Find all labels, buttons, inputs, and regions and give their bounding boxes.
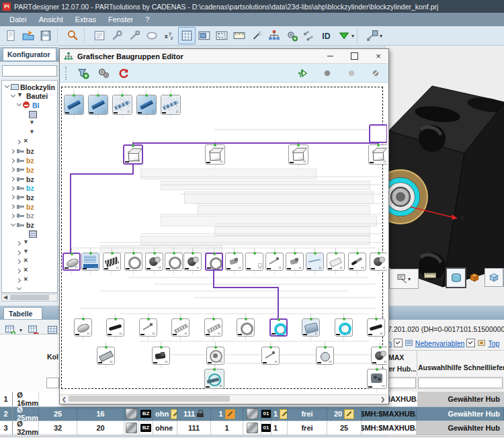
- graph-node-wedge[interactable]: [327, 253, 345, 271]
- edit-pencil-icon[interactable]: [225, 409, 235, 419]
- table-cell[interactable]: 20: [327, 407, 362, 421]
- frame-window-button[interactable]: [213, 27, 230, 44]
- table-cell[interactable]: frei: [288, 407, 327, 421]
- tree-item-bz[interactable]: bz: [10, 202, 34, 211]
- table-cell[interactable]: 20: [77, 421, 124, 435]
- graph-node-disc[interactable]: [371, 347, 387, 365]
- edit-pencil-icon[interactable]: [171, 409, 177, 419]
- graph-node-discasm[interactable]: [206, 347, 224, 365]
- chevron-right-icon[interactable]: [16, 277, 22, 283]
- tree-item[interactable]: [22, 230, 38, 238]
- tree-item-bz[interactable]: bz: [10, 221, 34, 230]
- toolbar-grip[interactable]: [65, 67, 69, 80]
- table-cell[interactable]: [243, 421, 261, 435]
- tree-item-blockzylin[interactable]: Blockzylin: [4, 83, 55, 91]
- graph-node-cyl[interactable]: [62, 253, 81, 271]
- dropdown-caret-icon[interactable]: ▾: [19, 327, 22, 333]
- graph-node-thumbg[interactable]: [161, 95, 181, 115]
- dimensions-window-button[interactable]: [230, 27, 248, 44]
- tree-item-bz[interactable]: bz: [10, 175, 34, 183]
- table-cell[interactable]: Gewählter Hub: [417, 421, 504, 435]
- graph-node-fitd[interactable]: [152, 347, 170, 365]
- tree-item-bl[interactable]: Bl: [16, 101, 40, 110]
- filter-cell[interactable]: [418, 378, 503, 388]
- graph-node-spring[interactable]: [171, 318, 190, 337]
- graph-node-fit[interactable]: [225, 253, 243, 271]
- form-editor-button[interactable]: [91, 27, 108, 44]
- scroll-left-icon[interactable]: ❮: [62, 396, 67, 402]
- table-cell[interactable]: [124, 407, 139, 421]
- compile-run-button[interactable]: [294, 64, 312, 82]
- table-cell[interactable]: 16: [77, 407, 124, 421]
- edit-pencil-icon[interactable]: [280, 409, 288, 419]
- table-cell[interactable]: BZ: [139, 421, 153, 435]
- chevron-down-icon[interactable]: [16, 102, 22, 108]
- graph-node-thumbb[interactable]: [136, 95, 157, 115]
- chevron-down-icon[interactable]: [10, 93, 16, 99]
- table-cell[interactable]: 01: [261, 407, 271, 421]
- chevron-right-icon[interactable]: [10, 213, 16, 219]
- graph-node-ring[interactable]: [165, 253, 183, 271]
- graph-node-rodb[interactable]: [367, 318, 385, 337]
- variables-button[interactable]: xyz: [161, 27, 178, 44]
- graph-node-spring[interactable]: [204, 318, 222, 337]
- scroll-left-icon[interactable]: ◀: [3, 294, 7, 300]
- tree-item-bz[interactable]: bz: [10, 165, 34, 174]
- screw-editor-button[interactable]: [126, 27, 143, 44]
- graph-node-thumbb[interactable]: [88, 95, 108, 115]
- nebenvariablen-checkbox[interactable]: [394, 339, 403, 347]
- settings-gears-button[interactable]: [95, 64, 112, 82]
- chevron-right-icon[interactable]: [10, 176, 16, 182]
- chevron-right-icon[interactable]: [16, 250, 22, 256]
- graph-node-cube[interactable]: [205, 144, 225, 165]
- tree-item-bautei[interactable]: Bautei: [10, 92, 48, 101]
- table-cell[interactable]: Gewählter Hub: [418, 392, 504, 406]
- chevron-down-icon[interactable]: [16, 286, 22, 292]
- tree-item-bz[interactable]: bz: [10, 184, 34, 193]
- chevron-right-icon[interactable]: [16, 139, 22, 145]
- save-part-button[interactable]: [364, 27, 381, 44]
- tree-item-bz[interactable]: bz: [10, 157, 34, 165]
- table-view-button[interactable]: [178, 27, 196, 44]
- graph-node-brkt2[interactable]: [367, 369, 387, 389]
- graph-node-draw[interactable]: [81, 253, 99, 271]
- table-cell[interactable]: [$MH:$MAXHUB.]: [362, 407, 417, 421]
- graph-node-draw2[interactable]: [306, 253, 324, 271]
- table-row[interactable]: 2Ø 25mm2516BZohn1111011frei20[$MH:$MAXHU…: [0, 407, 504, 421]
- graph-node-ring[interactable]: [237, 318, 255, 337]
- state-dot-slash-button[interactable]: [367, 64, 384, 82]
- row-label-cell[interactable]: 1Ø 16mm: [0, 392, 39, 406]
- graph-node-ring[interactable]: [124, 253, 142, 271]
- graph-node-screw[interactable]: [265, 253, 284, 271]
- preview-window-button[interactable]: [196, 27, 213, 44]
- add-assembly-button[interactable]: [75, 64, 92, 82]
- tree-item[interactable]: [22, 120, 38, 128]
- tree-item-bz[interactable]: bz: [10, 147, 34, 156]
- table-row[interactable]: 3Ø 32mm3220BZohne1111011frei25[$MH:$MAXH…: [0, 421, 504, 435]
- close-button[interactable]: ×: [368, 50, 388, 62]
- table-cell[interactable]: 25: [327, 421, 362, 435]
- table-cell[interactable]: frei: [288, 421, 327, 435]
- table-cell[interactable]: ohne: [153, 421, 177, 435]
- feature-settings-button[interactable]: [283, 27, 300, 44]
- chevron-down-icon[interactable]: [4, 84, 10, 90]
- table-cell[interactable]: 25: [39, 407, 77, 421]
- graph-node-ring[interactable]: [205, 253, 223, 271]
- table-cell[interactable]: ohn: [153, 407, 177, 421]
- graph-node-blank[interactable]: [245, 253, 263, 271]
- minimize-button[interactable]: [320, 50, 340, 62]
- dropdown-caret-icon[interactable]: ▾: [408, 276, 411, 282]
- glass-box-button[interactable]: [485, 268, 503, 287]
- id-button[interactable]: ID: [318, 27, 335, 44]
- menu-item-help[interactable]: ?: [140, 14, 155, 25]
- scroll-thumb[interactable]: [10, 295, 49, 300]
- table-cell[interactable]: Gewählter Hub: [417, 407, 504, 421]
- graph-node-cube[interactable]: [368, 144, 387, 165]
- scroll-right-icon[interactable]: ❯: [380, 396, 385, 402]
- menu-item-extras[interactable]: Extras: [70, 14, 101, 25]
- chevron-down-icon[interactable]: [10, 222, 16, 228]
- dropdown-caret-icon[interactable]: ▾: [351, 33, 354, 39]
- scroll-thumb[interactable]: [69, 396, 230, 402]
- tab-konfigurator[interactable]: Konfigurator: [3, 48, 56, 60]
- connections-button[interactable]: [300, 27, 318, 44]
